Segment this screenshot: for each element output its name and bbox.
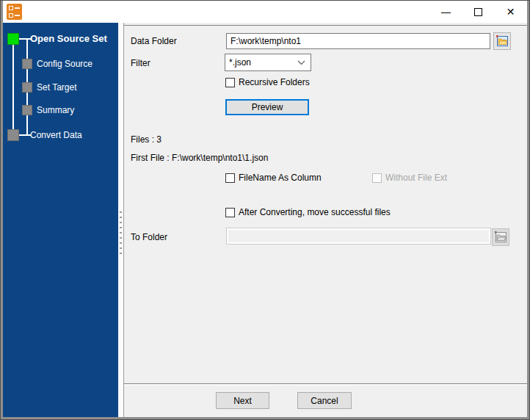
step-marker	[22, 82, 32, 93]
app-icon-glyph	[15, 7, 20, 9]
checkbox-label: Recursive Folders	[239, 77, 310, 87]
step-label: Summary	[37, 105, 74, 116]
step-label: Config Source	[37, 59, 92, 70]
step-label: Open Source Set	[30, 33, 107, 44]
app-icon[interactable]	[7, 4, 22, 20]
app-icon-glyph	[9, 6, 13, 10]
filter-combobox[interactable]: *.json	[225, 54, 311, 71]
recursive-folders-checkbox[interactable]: Recursive Folders	[225, 77, 310, 87]
without-file-ext-checkbox: Without File Ext	[372, 173, 447, 183]
to-folder-input	[226, 228, 491, 245]
window-content: Open Source Set Config Source Set Target…	[3, 23, 527, 417]
app-icon-glyph	[15, 15, 20, 16]
to-folder-browse-button	[492, 228, 509, 246]
next-button[interactable]: Next	[216, 392, 269, 409]
app-window: — ✕ Open Source Set	[0, 0, 530, 420]
first-file-text: First File : F:\work\temp\nto1\1.json	[131, 153, 268, 163]
to-folder-label: To Folder	[131, 232, 167, 242]
close-icon: ✕	[507, 6, 515, 18]
wizard-footer: Next Cancel	[124, 385, 527, 417]
open-folder-disabled-icon	[495, 231, 507, 243]
open-folder-icon	[496, 35, 509, 47]
chevron-down-icon	[297, 60, 305, 65]
tree-line	[19, 38, 31, 40]
maximize-button[interactable]	[462, 1, 495, 23]
maximize-icon	[474, 8, 482, 16]
checkbox-box	[225, 173, 235, 183]
checkbox-box	[225, 78, 235, 87]
filter-label: Filter	[131, 58, 150, 68]
checkbox-label: Without File Ext	[385, 173, 447, 183]
filename-as-column-checkbox[interactable]: FileName As Column	[225, 173, 322, 183]
step-marker-active	[7, 33, 19, 45]
filter-selected-value: *.json	[229, 57, 251, 68]
main-panel: Data Folder Filter *.json	[123, 23, 527, 417]
move-successful-files-checkbox[interactable]: After Converting, move successful files	[225, 207, 391, 217]
tree-line	[19, 134, 31, 136]
window-inner: — ✕ Open Source Set	[3, 1, 527, 417]
minimize-icon: —	[441, 7, 451, 18]
checkbox-label: FileName As Column	[239, 173, 322, 183]
tree-line	[12, 45, 14, 129]
step-label: Set Target	[37, 82, 76, 93]
files-count-text: Files : 3	[131, 134, 161, 145]
data-folder-label: Data Folder	[131, 36, 177, 46]
preview-button[interactable]: Preview	[225, 99, 309, 115]
wizard-step-sidebar: Open Source Set Config Source Set Target…	[3, 23, 118, 417]
splitter-grip-icon	[120, 211, 122, 256]
app-icon-glyph	[9, 13, 13, 18]
cancel-button[interactable]: Cancel	[297, 392, 352, 409]
checkbox-box	[372, 173, 382, 183]
checkbox-box	[225, 208, 235, 217]
titlebar[interactable]: — ✕	[3, 1, 527, 23]
source-settings-form: Data Folder Filter *.json	[124, 25, 527, 384]
minimize-button[interactable]: —	[429, 1, 462, 23]
data-folder-browse-button[interactable]	[493, 32, 511, 50]
step-marker	[7, 129, 19, 141]
checkbox-label: After Converting, move successful files	[239, 207, 391, 217]
step-label: Convert Data	[30, 130, 82, 141]
step-marker	[22, 59, 32, 69]
close-button[interactable]: ✕	[494, 1, 527, 23]
sidebar-splitter[interactable]	[118, 23, 123, 417]
data-folder-input[interactable]	[226, 33, 490, 49]
step-marker	[22, 105, 32, 115]
